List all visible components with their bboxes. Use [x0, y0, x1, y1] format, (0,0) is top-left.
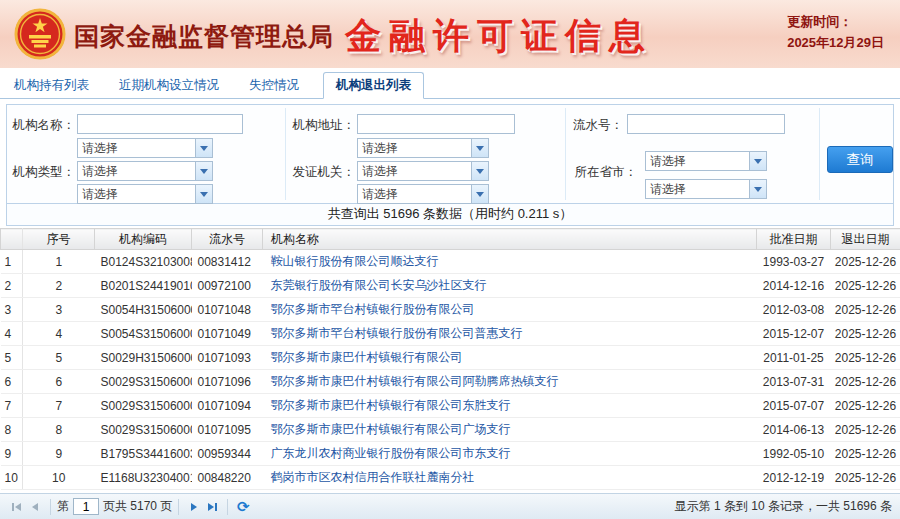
form-divider: [819, 108, 820, 200]
table-row[interactable]: 22B0201S24419010900972100东莞银行股份有限公司长安乌沙社…: [1, 274, 900, 298]
table-row[interactable]: 99B1795S34416003100959344广东龙川农村商业银行股份有限公…: [1, 442, 900, 466]
institution-name-link[interactable]: 鄂尔多斯市康巴什村镇银行有限公司阿勒腾席热镇支行: [271, 374, 559, 388]
tab-bar: 机构持有列表 近期机构设立情况 失控情况 机构退出列表: [0, 70, 900, 99]
rownum-cell: 3: [1, 298, 23, 322]
serial-cell: 01071048: [192, 298, 263, 322]
rownum-cell: 2: [1, 274, 23, 298]
exit-date-cell: 2025-12-26: [831, 370, 900, 394]
tab-recent-establishment[interactable]: 近期机构设立情况: [113, 73, 225, 98]
agency-title: 国家金融监督管理总局: [74, 20, 334, 53]
serial-input[interactable]: [627, 114, 785, 134]
code-cell: S0054S315060001: [95, 322, 192, 346]
type-select-3[interactable]: 请选择: [77, 184, 213, 204]
code-cell: S0029H315060001: [95, 346, 192, 370]
institution-name-link[interactable]: 鄂尔多斯市康巴什村镇银行有限公司东胜支行: [271, 398, 511, 412]
chevron-down-icon[interactable]: [749, 152, 766, 170]
chevron-down-icon[interactable]: [471, 185, 488, 203]
code-cell: B1795S344160031: [95, 442, 192, 466]
chevron-down-icon[interactable]: [195, 162, 212, 180]
chevron-down-icon[interactable]: [471, 139, 488, 157]
update-time-value: 2025年12月29日: [787, 32, 884, 53]
search-form: 机构名称： 请选择 机构类型： 请选择 请选择 机构地址： 请选择 发证机关： …: [6, 104, 894, 204]
tab-out-of-control[interactable]: 失控情况: [243, 73, 305, 98]
name-cell: 鄂尔多斯市罕台村镇银行股份有限公司普惠支行: [263, 322, 757, 346]
rownum-cell: 5: [1, 346, 23, 370]
institution-name-link[interactable]: 鞍山银行股份有限公司顺达支行: [271, 254, 439, 268]
approve-date-cell: 2015-12-07: [757, 322, 831, 346]
table-row[interactable]: 55S0029H31506000101071093鄂尔多斯市康巴什村镇银行有限公…: [1, 346, 900, 370]
refresh-button[interactable]: ⟳: [234, 498, 252, 516]
institution-name-link[interactable]: 鄂尔多斯市康巴什村镇银行有限公司: [271, 350, 463, 364]
approve-date-cell: 2014-12-16: [757, 274, 831, 298]
paging-toolbar: 第 页共 5170 页 ⟳ 显示第 1 条到 10 条记录，一共 51696 条: [0, 493, 900, 519]
chevron-down-icon[interactable]: [195, 139, 212, 157]
update-time-label: 更新时间：: [787, 11, 884, 32]
tab-exit-list[interactable]: 机构退出列表: [323, 72, 424, 99]
type-select-1[interactable]: 请选择: [77, 138, 213, 158]
approve-date-cell: 1993-03-27: [757, 250, 831, 274]
page-suffix-label: 页共 5170 页: [103, 498, 172, 515]
rownum-cell: 1: [1, 250, 23, 274]
name-input[interactable]: [77, 114, 243, 134]
col-header-approve-date[interactable]: 批准日期: [757, 229, 831, 250]
exit-date-cell: 2025-12-26: [831, 274, 900, 298]
serial-cell: 01071094: [192, 394, 263, 418]
institution-name-link[interactable]: 东莞银行股份有限公司长安乌沙社区支行: [271, 278, 487, 292]
institution-name-link[interactable]: 鄂尔多斯市康巴什村镇银行有限公司广场支行: [271, 422, 511, 436]
next-page-button[interactable]: [185, 498, 203, 516]
address-input[interactable]: [357, 114, 515, 134]
region-province-select[interactable]: 请选择: [645, 151, 767, 171]
table-row[interactable]: 88S0029S31506000201071095鄂尔多斯市康巴什村镇银行有限公…: [1, 418, 900, 442]
rownum-header: [1, 229, 23, 250]
table-row[interactable]: 77S0029S31506000301071094鄂尔多斯市康巴什村镇银行有限公…: [1, 394, 900, 418]
issuer-select-1[interactable]: 请选择: [357, 138, 489, 158]
approve-date-cell: 2014-06-13: [757, 418, 831, 442]
type-select-2[interactable]: 请选择: [77, 161, 213, 181]
tab-holding-list[interactable]: 机构持有列表: [8, 73, 95, 98]
toolbar-separator: [178, 499, 179, 515]
chevron-down-icon[interactable]: [195, 185, 212, 203]
table-row[interactable]: 66S0029S31506000101071096鄂尔多斯市康巴什村镇银行有限公…: [1, 370, 900, 394]
chevron-down-icon[interactable]: [749, 180, 766, 198]
serial-cell: 01071096: [192, 370, 263, 394]
seq-cell: 3: [23, 298, 95, 322]
seq-cell: 1: [23, 250, 95, 274]
site-title: 金融许可证信息: [345, 12, 653, 61]
last-page-icon: [205, 500, 219, 514]
institution-name-link[interactable]: 鄂尔多斯市罕台村镇银行股份有限公司: [271, 302, 475, 316]
institution-name-link[interactable]: 鹤岗市市区农村信用合作联社麓南分社: [271, 470, 475, 484]
exit-date-cell: 2025-12-26: [831, 442, 900, 466]
institution-name-link[interactable]: 广东龙川农村商业银行股份有限公司市东支行: [271, 446, 511, 460]
prev-page-button[interactable]: [26, 498, 44, 516]
name-cell: 鄂尔多斯市康巴什村镇银行有限公司阿勒腾席热镇支行: [263, 370, 757, 394]
chevron-down-icon[interactable]: [471, 162, 488, 180]
serial-cell: 01071049: [192, 322, 263, 346]
refresh-icon: ⟳: [237, 499, 250, 514]
col-header-seq[interactable]: 序号: [23, 229, 95, 250]
seq-cell: 6: [23, 370, 95, 394]
table-row[interactable]: 11B0124S32103008200831412鞍山银行股份有限公司顺达支行1…: [1, 250, 900, 274]
institution-name-link[interactable]: 鄂尔多斯市罕台村镇银行股份有限公司普惠支行: [271, 326, 523, 340]
first-page-icon: [10, 500, 24, 514]
col-header-name[interactable]: 机构名称: [263, 229, 757, 250]
issuer-select-2[interactable]: 请选择: [357, 161, 489, 181]
last-page-button[interactable]: [203, 498, 221, 516]
update-time: 更新时间： 2025年12月29日: [787, 11, 884, 54]
region-city-select[interactable]: 请选择: [645, 179, 767, 199]
type-label: 机构类型：: [9, 164, 75, 181]
exit-date-cell: 2025-12-26: [831, 298, 900, 322]
col-header-code[interactable]: 机构编码: [95, 229, 192, 250]
search-button[interactable]: 查询: [827, 146, 893, 173]
table-row[interactable]: 1010E1168U32304001800848220鹤岗市市区农村信用合作联社…: [1, 466, 900, 490]
seq-cell: 10: [23, 466, 95, 490]
first-page-button[interactable]: [8, 498, 26, 516]
col-header-serial[interactable]: 流水号: [192, 229, 263, 250]
serial-cell: 00848220: [192, 466, 263, 490]
col-header-exit-date[interactable]: 退出日期: [831, 229, 900, 250]
page-number-input[interactable]: [73, 498, 99, 515]
approve-date-cell: 2012-12-19: [757, 466, 831, 490]
table-row[interactable]: 33S0054H31506000101071048鄂尔多斯市罕台村镇银行股份有限…: [1, 298, 900, 322]
issuer-select-3[interactable]: 请选择: [357, 184, 489, 204]
table-row[interactable]: 44S0054S31506000101071049鄂尔多斯市罕台村镇银行股份有限…: [1, 322, 900, 346]
approve-date-cell: 2015-07-07: [757, 394, 831, 418]
